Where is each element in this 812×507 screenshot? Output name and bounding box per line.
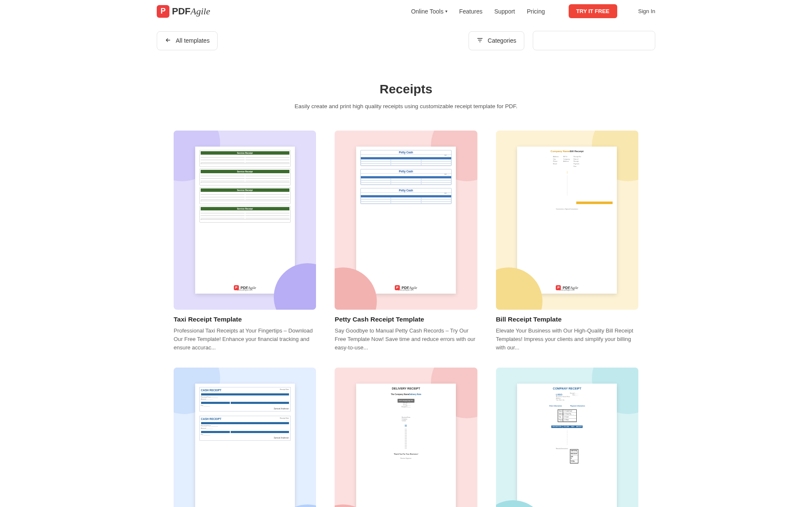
template-thumbnail: CASH RECEIPTReceipt Date____Received Fro… (174, 368, 316, 507)
nav-label: Online Tools (411, 8, 444, 15)
categories-button[interactable]: Categories (469, 31, 524, 50)
logo[interactable]: P PDFAgile (157, 5, 210, 18)
template-preview: Company NameBill Receipt Address:City:Ph… (517, 147, 617, 294)
try-it-free-button[interactable]: TRY IT FREE (569, 4, 617, 18)
page-title: Receipts (0, 82, 812, 96)
template-thumbnail: Service ReceiptService ReceiptService Re… (174, 131, 316, 310)
template-card[interactable]: DELIVERY RECEIPT The Company NameDeliver… (335, 368, 477, 507)
template-preview: Petty CashNO.___Petty CashNO.___Petty Ca… (356, 147, 456, 294)
template-thumbnail: Petty CashNO.___Petty CashNO.___Petty Ca… (335, 131, 477, 310)
template-card[interactable]: Petty CashNO.___Petty CashNO.___Petty Ca… (335, 131, 477, 352)
categories-label: Categories (488, 37, 516, 44)
chevron-down-icon: ▾ (445, 9, 447, 14)
template-grid: Service ReceiptService ReceiptService Re… (157, 131, 655, 507)
nav-support[interactable]: Support (494, 8, 515, 15)
template-thumbnail: Company NameBill Receipt Address:City:Ph… (496, 131, 638, 310)
template-card[interactable]: Service ReceiptService ReceiptService Re… (174, 131, 316, 352)
template-thumbnail: DELIVERY RECEIPT The Company NameDeliver… (335, 368, 477, 507)
nav: Online Tools ▾ Features Support Pricing … (411, 4, 655, 18)
sign-in-link[interactable]: Sign In (638, 8, 655, 14)
template-title: Taxi Receipt Template (174, 316, 316, 323)
header: P PDFAgile Online Tools ▾ Features Suppo… (157, 0, 655, 22)
template-card[interactable]: COMPANY RECEIPT LOGOBusiness Name HereAd… (496, 368, 638, 507)
all-templates-label: All templates (176, 37, 210, 44)
logo-prefix: PDF (172, 6, 191, 16)
logo-icon: P (157, 5, 169, 18)
template-description: Say Goodbye to Manual Petty Cash Records… (335, 327, 477, 352)
template-preview: Service ReceiptService ReceiptService Re… (195, 147, 295, 294)
template-description: Professional Taxi Receipts at Your Finge… (174, 327, 316, 352)
template-description: Elevate Your Business with Our High-Qual… (496, 327, 638, 352)
filter-icon (477, 37, 483, 45)
template-preview: CASH RECEIPTReceipt Date____Received Fro… (195, 384, 295, 507)
template-preview: COMPANY RECEIPT LOGOBusiness Name HereAd… (517, 384, 617, 507)
nav-features[interactable]: Features (459, 8, 482, 15)
page-subtitle: Easily create and print high quality rec… (0, 103, 812, 109)
template-preview: DELIVERY RECEIPT The Company NameDeliver… (356, 384, 456, 507)
logo-text: PDFAgile (172, 6, 210, 17)
template-title: Petty Cash Receipt Template (335, 316, 477, 323)
template-title: Bill Receipt Template (496, 316, 638, 323)
template-thumbnail: COMPANY RECEIPT LOGOBusiness Name HereAd… (496, 368, 638, 507)
arrow-left-icon (165, 37, 172, 45)
template-card[interactable]: Company NameBill Receipt Address:City:Ph… (496, 131, 638, 352)
nav-online-tools[interactable]: Online Tools ▾ (411, 8, 447, 15)
all-templates-button[interactable]: All templates (157, 31, 218, 50)
search-input[interactable] (538, 31, 650, 50)
search-box[interactable] (533, 31, 655, 50)
template-card[interactable]: CASH RECEIPTReceipt Date____Received Fro… (174, 368, 316, 507)
toolbar: All templates Categories (157, 31, 655, 50)
nav-pricing[interactable]: Pricing (527, 8, 545, 15)
logo-suffix: Agile (191, 6, 210, 16)
